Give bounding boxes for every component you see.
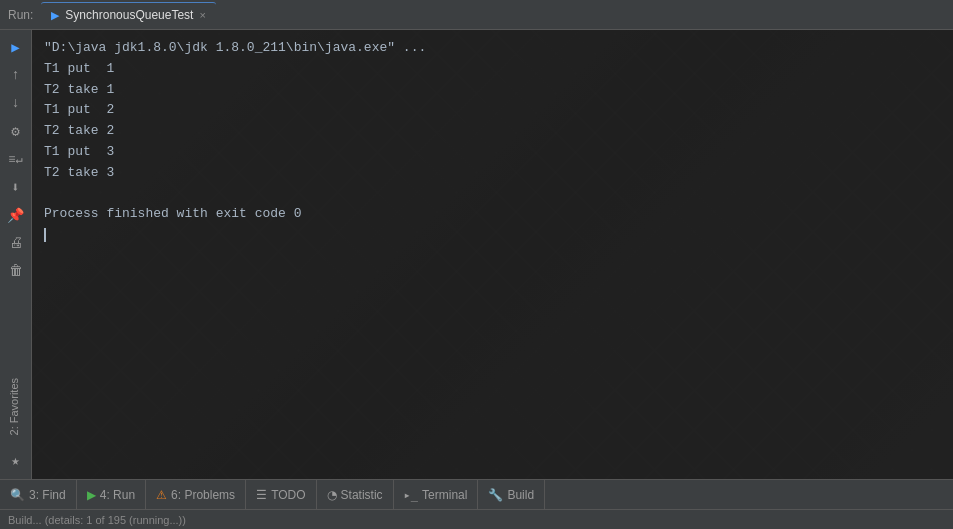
sidebar: ▶ ↑ ↓ ⚙ ≡↵ ⬇ 📌 🖨 🗑 2: Favorites ★ (0, 30, 32, 479)
tab-close-button[interactable]: × (199, 9, 205, 21)
build-icon: 🔧 (488, 488, 503, 502)
problems-icon: ⚠ (156, 488, 167, 502)
sidebar-download-button[interactable]: ⬇ (3, 174, 29, 200)
todo-button[interactable]: ☰ TODO (246, 480, 316, 510)
tab-label: SynchronousQueueTest (65, 8, 193, 22)
statistic-icon: ◔ (327, 488, 337, 502)
todo-label: TODO (271, 488, 305, 502)
content-area: ▶ ↑ ↓ ⚙ ≡↵ ⬇ 📌 🖨 🗑 2: Favorites ★ "D:\ja… (0, 30, 953, 479)
sidebar-scroll-up-button[interactable]: ↑ (3, 62, 29, 88)
terminal-label: Terminal (422, 488, 467, 502)
bottom-toolbar: 🔍 3: Find ▶ 4: Run ⚠ 6: Problems ☰ TODO … (0, 479, 953, 509)
status-text: Build... (details: 1 of 195 (running...)… (8, 514, 186, 526)
statistic-button[interactable]: ◔ Statistic (317, 480, 394, 510)
run-label-btn: 4: Run (100, 488, 135, 502)
todo-icon: ☰ (256, 488, 267, 502)
console-line: "D:\java jdk1.8.0\jdk 1.8.0_211\bin\java… (44, 38, 941, 59)
run-label: Run: (8, 8, 33, 22)
problems-label: 6: Problems (171, 488, 235, 502)
console-line: T2 take 1 (44, 80, 941, 101)
sidebar-wrap-button[interactable]: ≡↵ (3, 146, 29, 172)
sidebar-scroll-down-button[interactable]: ↓ (3, 90, 29, 116)
sidebar-print-button[interactable]: 🖨 (3, 230, 29, 256)
console-line: T1 put 3 (44, 142, 941, 163)
problems-button[interactable]: ⚠ 6: Problems (146, 480, 246, 510)
sidebar-star-icon[interactable]: ★ (11, 452, 19, 469)
build-label: Build (507, 488, 534, 502)
sidebar-pin-button[interactable]: 📌 (3, 202, 29, 228)
active-tab[interactable]: ▶ SynchronousQueueTest × (41, 2, 216, 28)
console-line: T2 take 2 (44, 121, 941, 142)
console-line: T1 put 2 (44, 100, 941, 121)
run-icon: ▶ (87, 488, 96, 502)
terminal-button[interactable]: ▸_ Terminal (394, 480, 479, 510)
console-line (44, 184, 941, 205)
console-cursor-line (44, 225, 941, 246)
console-cursor (44, 228, 46, 242)
sidebar-favorites-label[interactable]: 2: Favorites (0, 374, 28, 439)
find-button[interactable]: 🔍 3: Find (0, 480, 77, 510)
sidebar-run-button[interactable]: ▶ (3, 34, 29, 60)
status-bar: Build... (details: 1 of 195 (running...)… (0, 509, 953, 529)
tab-bar: Run: ▶ SynchronousQueueTest × (0, 0, 953, 30)
run-button[interactable]: ▶ 4: Run (77, 480, 146, 510)
sidebar-delete-button[interactable]: 🗑 (3, 258, 29, 284)
sidebar-settings-button[interactable]: ⚙ (3, 118, 29, 144)
build-button[interactable]: 🔧 Build (478, 480, 545, 510)
statistic-label: Statistic (341, 488, 383, 502)
console-output[interactable]: "D:\java jdk1.8.0\jdk 1.8.0_211\bin\java… (32, 30, 953, 479)
search-icon: 🔍 (10, 488, 25, 502)
terminal-icon: ▸_ (404, 488, 418, 502)
console-line: T1 put 1 (44, 59, 941, 80)
tab-run-icon: ▶ (51, 9, 59, 22)
find-label: 3: Find (29, 488, 66, 502)
console-exit-line: Process finished with exit code 0 (44, 204, 941, 225)
console-line: T2 take 3 (44, 163, 941, 184)
